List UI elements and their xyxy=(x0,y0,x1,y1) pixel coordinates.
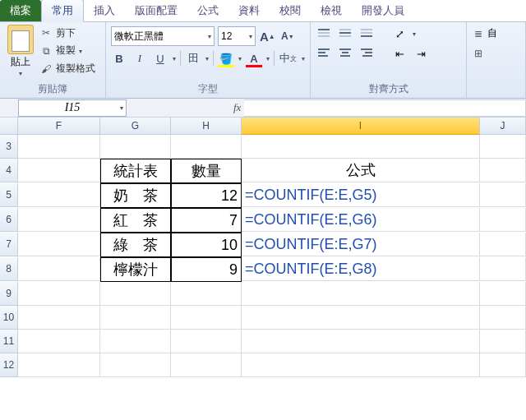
underline-button[interactable]: U xyxy=(152,51,168,66)
cell[interactable] xyxy=(18,135,100,159)
cell[interactable] xyxy=(480,257,526,281)
cell-I4[interactable]: 公式 xyxy=(242,159,480,182)
merge-button[interactable]: ⊞ xyxy=(472,47,520,60)
cell[interactable] xyxy=(18,353,100,377)
align-bottom-button[interactable] xyxy=(358,26,375,41)
align-left-button[interactable] xyxy=(316,46,332,61)
cell-G7[interactable]: 綠 茶 xyxy=(100,233,171,257)
chevron-down-icon[interactable]: ▾ xyxy=(173,55,176,62)
tab-page-layout[interactable]: 版面配置 xyxy=(125,0,187,21)
cell-G8[interactable]: 檸檬汁 xyxy=(100,257,171,282)
chevron-down-icon[interactable]: ▾ xyxy=(413,30,416,38)
paste-button[interactable]: 貼上 ▾ xyxy=(5,25,36,77)
cell[interactable] xyxy=(18,282,100,306)
cell[interactable] xyxy=(100,306,171,330)
copy-button[interactable]: ⧉複製 ▾ xyxy=(39,44,95,58)
font-color-button[interactable]: A xyxy=(246,51,262,66)
cell[interactable] xyxy=(171,282,242,306)
row-header[interactable]: 5 xyxy=(0,183,18,207)
decrease-font-icon[interactable]: A▼ xyxy=(279,29,296,44)
cell-G4[interactable]: 統計表 xyxy=(100,159,171,183)
cell[interactable] xyxy=(480,159,526,182)
cell[interactable] xyxy=(100,282,171,306)
cell-I8[interactable]: =COUNTIF(E:E,G8) xyxy=(242,257,480,281)
fill-color-button[interactable]: 🪣 xyxy=(218,51,234,66)
border-button[interactable]: 田 xyxy=(185,51,201,66)
chevron-down-icon[interactable]: ▾ xyxy=(120,104,123,112)
bold-button[interactable]: B xyxy=(111,51,127,66)
cell-H8[interactable]: 9 xyxy=(171,257,242,282)
orientation-button[interactable]: ⤢ xyxy=(391,26,408,41)
name-box[interactable]: I15▾ xyxy=(18,99,127,117)
cell[interactable] xyxy=(480,330,526,353)
select-all-corner[interactable] xyxy=(0,118,18,135)
cell[interactable] xyxy=(18,330,100,353)
cell[interactable] xyxy=(171,353,242,377)
cell[interactable] xyxy=(171,135,242,159)
col-header-I[interactable]: I xyxy=(242,118,480,135)
tab-data[interactable]: 資料 xyxy=(228,0,270,21)
worksheet-grid[interactable]: F G H I J 3 4 統計表 數量 公式 5 奶 茶 12 =COUNTI… xyxy=(0,118,526,377)
increase-indent-button[interactable]: ⇥ xyxy=(413,46,429,61)
cell[interactable] xyxy=(18,208,100,232)
cell[interactable] xyxy=(171,330,242,353)
cell[interactable] xyxy=(480,183,526,207)
cell[interactable] xyxy=(242,330,480,353)
cell[interactable] xyxy=(100,353,171,377)
col-header-F[interactable]: F xyxy=(18,118,100,135)
row-header[interactable]: 3 xyxy=(0,135,18,159)
format-painter-button[interactable]: 🖌複製格式 xyxy=(39,62,95,76)
fx-icon[interactable]: fx xyxy=(233,101,241,114)
font-name-select[interactable]: 微軟正黑體▾ xyxy=(111,26,215,46)
cell[interactable] xyxy=(480,135,526,159)
cell-H6[interactable]: 7 xyxy=(171,208,242,233)
cell[interactable] xyxy=(480,306,526,330)
cell[interactable] xyxy=(18,257,100,281)
align-middle-button[interactable] xyxy=(337,26,353,41)
cell[interactable] xyxy=(18,306,100,330)
row-header[interactable]: 7 xyxy=(0,233,18,256)
cut-button[interactable]: ✂剪下 xyxy=(39,26,95,40)
col-header-J[interactable]: J xyxy=(480,118,526,135)
cell-G5[interactable]: 奶 茶 xyxy=(100,183,171,208)
col-header-G[interactable]: G xyxy=(100,118,171,135)
align-right-button[interactable] xyxy=(358,46,375,61)
phonetic-button[interactable]: 中文 xyxy=(279,51,298,66)
chevron-down-icon[interactable]: ▾ xyxy=(238,55,242,62)
cell-I5[interactable]: =COUNTIF(E:E,G5) xyxy=(242,183,480,207)
cell-H5[interactable]: 12 xyxy=(171,183,242,208)
tab-view[interactable]: 檢視 xyxy=(311,0,352,21)
tab-review[interactable]: 校閱 xyxy=(270,0,311,21)
cell[interactable] xyxy=(100,135,171,159)
align-top-button[interactable] xyxy=(316,26,332,41)
cell-H7[interactable]: 10 xyxy=(171,233,242,257)
cell[interactable] xyxy=(480,233,526,256)
cell-I7[interactable]: =COUNTIF(E:E,G7) xyxy=(242,233,480,256)
cell[interactable] xyxy=(171,306,242,330)
wrap-text-button[interactable]: ≣自 xyxy=(472,26,520,40)
tab-formulas[interactable]: 公式 xyxy=(187,0,228,21)
tab-insert[interactable]: 插入 xyxy=(84,0,125,21)
row-header[interactable]: 11 xyxy=(0,330,18,353)
cell-G6[interactable]: 紅 茶 xyxy=(100,208,171,233)
cell[interactable] xyxy=(480,208,526,232)
row-header[interactable]: 10 xyxy=(0,306,18,330)
chevron-down-icon[interactable]: ▾ xyxy=(266,55,270,62)
align-center-button[interactable] xyxy=(337,46,353,61)
cell-H4[interactable]: 數量 xyxy=(171,159,242,183)
cell[interactable] xyxy=(242,353,480,377)
row-header[interactable]: 6 xyxy=(0,208,18,232)
increase-font-icon[interactable]: A▲ xyxy=(259,29,276,44)
cell[interactable] xyxy=(18,159,100,182)
cell[interactable] xyxy=(100,330,171,353)
cell[interactable] xyxy=(480,353,526,377)
tab-developer[interactable]: 開發人員 xyxy=(352,0,414,21)
row-header[interactable]: 12 xyxy=(0,353,18,377)
chevron-down-icon[interactable]: ▾ xyxy=(19,70,22,77)
tab-file[interactable]: 檔案 xyxy=(0,0,41,21)
cell[interactable] xyxy=(242,306,480,330)
col-header-H[interactable]: H xyxy=(171,118,242,135)
chevron-down-icon[interactable]: ▾ xyxy=(205,55,209,62)
tab-home[interactable]: 常用 xyxy=(41,0,84,22)
cell[interactable] xyxy=(242,282,480,306)
